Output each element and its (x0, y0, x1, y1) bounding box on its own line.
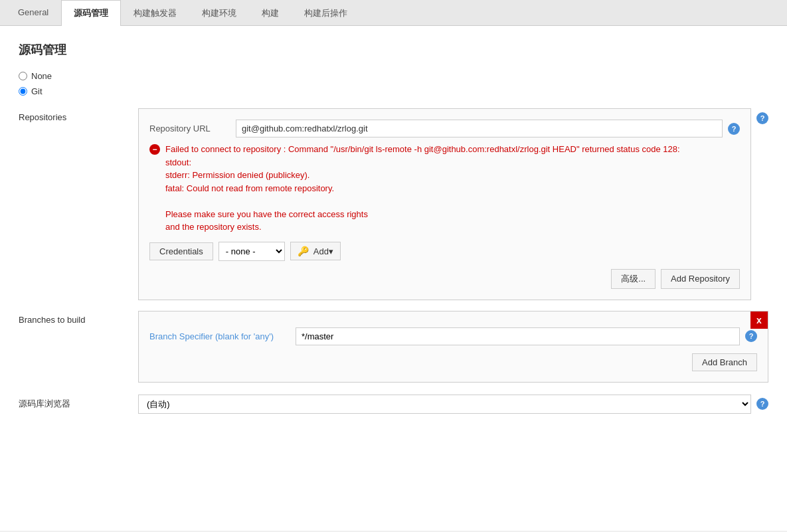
git-label: Git (31, 86, 43, 96)
branch-specifier-row: Branch Specifier (blank for 'any') ? (149, 327, 757, 345)
page-content: 源码管理 None Git Repositories Repository UR… (0, 26, 787, 531)
scm-radio-group: None Git (19, 71, 768, 96)
none-radio-item[interactable]: None (19, 71, 768, 81)
credentials-button[interactable]: Credentials (149, 242, 213, 260)
source-browser-label: 源码库浏览器 (19, 398, 138, 410)
add-credentials-label: Add▾ (313, 246, 333, 256)
tabs-bar: General 源码管理 构建触发器 构建环境 构建 构建后操作 (0, 0, 787, 26)
tab-source[interactable]: 源码管理 (61, 0, 121, 26)
error-block: − Failed to connect to repository : Comm… (149, 143, 740, 234)
source-browser-help-icon[interactable]: ? (756, 398, 768, 410)
none-radio[interactable] (19, 72, 27, 80)
repo-url-help-icon[interactable]: ? (728, 123, 740, 135)
git-radio-item[interactable]: Git (19, 86, 768, 96)
source-browser-row: 源码库浏览器 (自动) ? (19, 395, 768, 414)
error-icon: − (149, 144, 160, 155)
repo-buttons: 高级... Add Repository (149, 269, 740, 289)
branch-specifier-label: Branch Specifier (blank for 'any') (149, 331, 296, 341)
branch-buttons: Add Branch (149, 353, 757, 371)
repositories-help-icon[interactable]: ? (756, 112, 768, 124)
branch-specifier-help-icon[interactable]: ? (745, 330, 757, 342)
source-browser-select[interactable]: (自动) (138, 395, 751, 414)
branches-box: x Branch Specifier (blank for 'any') ? A… (138, 311, 768, 383)
repositories-row: Repositories Repository URL ? − Failed t… (19, 108, 768, 300)
error-text: Failed to connect to repository : Comman… (165, 143, 740, 234)
branches-row: Branches to build x Branch Specifier (bl… (19, 311, 768, 383)
repo-url-input[interactable] (236, 120, 723, 137)
repo-url-row: Repository URL ? (149, 120, 740, 137)
credentials-row: Credentials - none - 🔑 Add▾ (149, 242, 740, 261)
page-title: 源码管理 (19, 42, 768, 58)
tab-general[interactable]: General (5, 0, 61, 26)
none-label: None (31, 71, 52, 81)
remove-branch-button[interactable]: x (750, 311, 768, 329)
tab-triggers[interactable]: 构建触发器 (121, 0, 189, 26)
tab-env[interactable]: 构建环境 (189, 0, 249, 26)
add-repository-button[interactable]: Add Repository (661, 269, 740, 289)
tab-build[interactable]: 构建 (249, 0, 292, 26)
credentials-select[interactable]: - none - (219, 242, 285, 261)
repositories-label: Repositories (19, 108, 138, 122)
add-branch-button[interactable]: Add Branch (692, 353, 757, 371)
add-credentials-button[interactable]: 🔑 Add▾ (290, 242, 341, 260)
key-icon: 🔑 (298, 246, 309, 256)
tab-post[interactable]: 构建后操作 (292, 0, 360, 26)
git-radio[interactable] (19, 87, 27, 96)
branches-label: Branches to build (19, 311, 138, 325)
advanced-button[interactable]: 高级... (611, 269, 656, 289)
branch-specifier-input[interactable] (296, 327, 740, 345)
repo-url-label: Repository URL (149, 124, 236, 133)
repositories-box: Repository URL ? − Failed to connect to … (138, 108, 751, 300)
